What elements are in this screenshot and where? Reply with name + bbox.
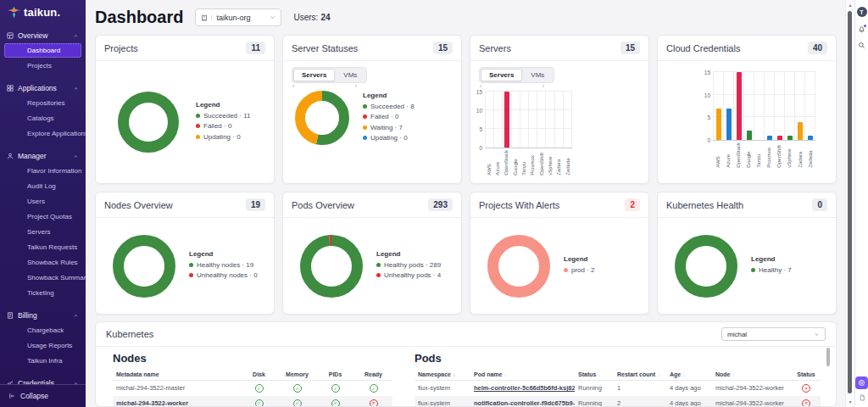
bar-column-vsphere	[784, 72, 794, 140]
column-header-status[interactable]: Status	[792, 369, 821, 381]
sidebar-item-project-quotas[interactable]: Project Quotas	[4, 209, 81, 224]
user-avatar[interactable]: T	[857, 7, 867, 17]
column-header-age[interactable]: Age↓	[666, 369, 712, 381]
column-header-restart-count[interactable]: Restart count↓	[614, 369, 666, 381]
sidebar-section-credentials[interactable]: Credentials	[0, 376, 86, 384]
collapse-icon	[8, 393, 15, 399]
legend-item: prod · 2	[564, 266, 595, 274]
sort-icon[interactable]: ↓	[598, 372, 600, 377]
sidebar-item-projects[interactable]: Projects	[4, 59, 81, 73]
bar-vsphere	[787, 136, 793, 140]
tab-vms[interactable]: VMs	[335, 69, 365, 81]
sidebar-item-usage-reports[interactable]: Usage Reports	[4, 338, 81, 353]
legend: Legend prod · 2	[564, 255, 595, 277]
plot-area	[713, 72, 815, 141]
column-header-node[interactable]: Node↓	[712, 369, 792, 381]
bar-openstack	[504, 92, 509, 148]
count-badge: 15	[433, 42, 453, 54]
card-title: Pods Overview	[292, 200, 354, 210]
y-tick-label: 10	[704, 92, 710, 98]
scroll-down-icon[interactable]: ▼	[846, 399, 854, 404]
legend-dot-icon	[376, 273, 381, 277]
node-name[interactable]: michal-294-3522-worker	[113, 396, 240, 407]
taikun-logo[interactable]: taikun.	[0, 0, 86, 22]
tab-servers[interactable]: Servers	[481, 69, 522, 81]
sidebar-item-repositories[interactable]: Repositories	[4, 96, 81, 110]
check-circle-icon: ✓	[293, 399, 302, 407]
sidebar-section-label: Applications	[18, 84, 69, 92]
pod-name-link[interactable]: notification-controller-f9dc675b9-ncd2b	[470, 396, 575, 407]
document-icon[interactable]	[859, 394, 865, 401]
sidebar-item-dashboard[interactable]: Dashboard	[4, 43, 81, 58]
sidebar-section-manager[interactable]: Manager	[0, 149, 86, 163]
column-header-memory[interactable]: Memory	[278, 369, 316, 381]
sidebar-item-taikun-infra[interactable]: Taikun Infra	[4, 354, 81, 368]
servers-card: Servers 15 ServersVMs ‹ › 051015AWSAzure…	[470, 35, 649, 184]
applications-icon	[7, 85, 14, 92]
organization-select[interactable]: taikun-org	[195, 8, 281, 26]
bar-openstack	[737, 72, 742, 140]
column-header-metadata-name[interactable]: Metadata name	[113, 369, 240, 381]
legend-item: Healthy nodes · 19	[189, 261, 258, 269]
bar-column-tanzu	[520, 92, 528, 148]
table-row: michal-294-3522-worker✓✓✓✕	[113, 396, 392, 407]
column-header-pids[interactable]: PIDs	[316, 369, 354, 381]
page-title: Dashboard	[95, 8, 183, 27]
column-header-status[interactable]: Status↓	[575, 369, 614, 381]
kubernetes-health-card: Kubernetes Health 0 Legend Healthy · 7	[657, 192, 837, 315]
pod-name-link[interactable]: helm-controller-5c66d5b6fd-ksj82	[470, 381, 575, 396]
scroll-up-icon[interactable]: ▲	[846, 3, 854, 8]
card-title: Kubernetes Health	[666, 200, 743, 210]
sort-icon[interactable]: ↓	[504, 372, 506, 377]
kubernetes-scrollbar[interactable]	[826, 348, 830, 366]
sidebar-item-users[interactable]: Users	[4, 194, 81, 209]
carousel-next-icon[interactable]: ›	[355, 84, 357, 89]
column-header-namespace[interactable]: Namespace↓	[415, 369, 470, 381]
main-content: Dashboard taikun-org Users:24 Projects	[86, 0, 845, 407]
sidebar-item-flavor-information[interactable]: Flavor Information	[4, 164, 81, 178]
sidebar-section-overview[interactable]: Overview	[0, 29, 86, 42]
x-tick-label: Proxmox	[530, 150, 536, 176]
search-icon[interactable]	[858, 42, 865, 49]
node-cell: michal-294-3522-worker	[712, 381, 792, 396]
pods-table: Namespace↓Pod name↓Status↓Restart count↓…	[415, 369, 821, 407]
tab-vms[interactable]: VMs	[522, 69, 553, 81]
sidebar-item-audit-log[interactable]: Audit Log	[4, 179, 81, 193]
sidebar-item-showback-summary[interactable]: Showback Summary	[4, 270, 81, 285]
carousel-prev-icon[interactable]: ‹	[292, 84, 294, 89]
sidebar-item-catalogs[interactable]: Catalogs	[4, 111, 81, 125]
sort-icon[interactable]: ↓	[657, 372, 659, 377]
legend-title: Legend	[564, 255, 595, 263]
collapse-button[interactable]: Collapse	[0, 384, 86, 407]
card-title: Nodes Overview	[104, 200, 173, 210]
legend-label: Healthy nodes · 19	[197, 261, 253, 269]
sidebar-item-ticketing[interactable]: Ticketing	[4, 286, 81, 300]
page-scrollbar-thumb[interactable]	[848, 11, 852, 393]
sidebar-item-chargeback[interactable]: Chargeback	[4, 323, 81, 337]
sidebar-item-showback-rules[interactable]: Showback Rules	[4, 255, 81, 270]
nodes-overview-donut-chart	[113, 235, 175, 298]
y-tick-label: 5	[479, 126, 482, 132]
help-chat-button[interactable]	[855, 376, 868, 389]
sort-icon[interactable]: ↓	[682, 372, 685, 377]
x-tick-label: vSphere	[548, 150, 554, 176]
sidebar-item-servers[interactable]: Servers	[4, 225, 81, 239]
sort-icon[interactable]: ↓	[453, 372, 455, 377]
sidebar-item-taikun-requests[interactable]: Taikun Requests	[4, 240, 81, 254]
sidebar-section-billing[interactable]: Billing	[0, 309, 86, 322]
page-scrollbar[interactable]: ▲ ▼	[845, 0, 854, 407]
sidebar-section-applications[interactable]: Applications	[0, 81, 86, 95]
bar-column-vsphere	[545, 92, 554, 148]
tab-servers[interactable]: Servers	[293, 69, 335, 81]
column-header-ready[interactable]: Ready	[354, 369, 392, 381]
age-cell: 4 days ago	[666, 381, 712, 396]
column-header-pod-name[interactable]: Pod name↓	[470, 369, 575, 381]
carousel-next-icon[interactable]: ›	[542, 84, 544, 89]
legend: Legend Healthy pods · 289Unhealthy pods …	[376, 250, 441, 282]
column-header-disk[interactable]: Disk	[240, 369, 278, 381]
sort-icon[interactable]: ↓	[732, 372, 735, 377]
notifications-bell-icon[interactable]	[858, 25, 865, 33]
sidebar: taikun. OverviewDashboardProjectsApplica…	[0, 0, 86, 407]
cluster-select[interactable]: michal	[721, 327, 826, 341]
sidebar-item-explore-applications[interactable]: Explore Applications	[4, 126, 81, 141]
